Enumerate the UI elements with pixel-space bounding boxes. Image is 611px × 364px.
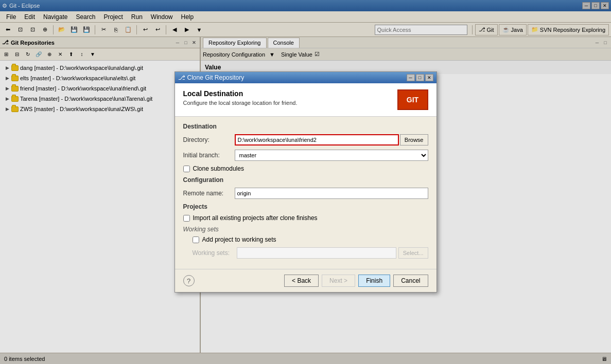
add-working-sets-checkbox[interactable]	[193, 236, 199, 243]
add-working-sets-label: Add project to working sets	[202, 236, 276, 243]
clone-submodules-label: Clone submodules	[193, 165, 244, 172]
initial-branch-label: Initial branch:	[183, 152, 235, 159]
import-projects-checkbox[interactable]	[183, 215, 190, 222]
directory-row: Directory: Browse	[183, 134, 428, 145]
import-projects-row: Import all existing projects after clone…	[183, 214, 428, 222]
working-sets-subsection: Working sets	[183, 226, 428, 233]
dialog-overlay: ⎇ Clone Git Repository ─ □ ✕ Local Desti…	[0, 0, 611, 364]
browse-button[interactable]: Browse	[400, 134, 428, 145]
dialog-header-title: Local Destination	[183, 89, 298, 98]
dialog-close-btn[interactable]: ✕	[425, 74, 433, 81]
dialog-title-text: Clone Git Repository	[187, 74, 245, 81]
clone-submodules-checkbox[interactable]	[183, 166, 190, 172]
back-button[interactable]: < Back	[284, 275, 319, 287]
dialog-minimize-btn[interactable]: ─	[407, 74, 415, 81]
dialog-body: Destination Directory: Browse Initial br…	[175, 117, 437, 269]
destination-section-label: Destination	[183, 123, 428, 130]
cancel-button[interactable]: Cancel	[393, 275, 428, 287]
dialog-title-left: ⎇ Clone Git Repository	[178, 74, 245, 81]
clone-submodules-row: Clone submodules	[183, 165, 428, 172]
remote-name-label: Remote name:	[183, 190, 235, 197]
dialog-header: Local Destination Configure the local st…	[175, 83, 437, 117]
dialog-title-bar: ⎇ Clone Git Repository ─ □ ✕	[175, 72, 437, 83]
dialog-footer: ? < Back Next > Finish Cancel	[175, 269, 437, 292]
dialog-title-btns: ─ □ ✕	[407, 74, 433, 81]
working-sets-input	[237, 247, 396, 259]
clone-git-dialog: ⎇ Clone Git Repository ─ □ ✕ Local Desti…	[174, 71, 437, 293]
dialog-header-text: Local Destination Configure the local st…	[183, 89, 298, 106]
git-logo-text: GIT	[407, 96, 418, 104]
add-working-sets-row: Add project to working sets	[193, 236, 428, 243]
dialog-title-icon: ⎇	[178, 74, 185, 81]
initial-branch-select[interactable]: master	[235, 150, 428, 161]
next-button[interactable]: Next >	[322, 275, 355, 287]
help-button[interactable]: ?	[183, 275, 195, 286]
working-sets-label: Working sets:	[193, 249, 235, 257]
dialog-header-subtitle: Configure the local storage location for…	[183, 100, 298, 106]
import-projects-label: Import all existing projects after clone…	[193, 214, 318, 222]
select-button: Select...	[398, 247, 428, 259]
initial-branch-row: Initial branch: master	[183, 150, 428, 161]
footer-left: ?	[183, 275, 195, 286]
projects-section-label: Projects	[183, 203, 428, 210]
working-sets-row: Working sets: Select...	[193, 247, 428, 259]
git-logo: GIT	[397, 89, 428, 110]
footer-right: < Back Next > Finish Cancel	[284, 275, 428, 287]
configuration-section-label: Configuration	[183, 176, 428, 184]
directory-label: Directory:	[183, 136, 235, 143]
dialog-maximize-btn[interactable]: □	[416, 74, 424, 81]
remote-name-row: Remote name:	[183, 188, 428, 199]
remote-name-input[interactable]	[235, 188, 428, 199]
finish-button[interactable]: Finish	[358, 275, 390, 287]
directory-input[interactable]	[235, 134, 399, 145]
